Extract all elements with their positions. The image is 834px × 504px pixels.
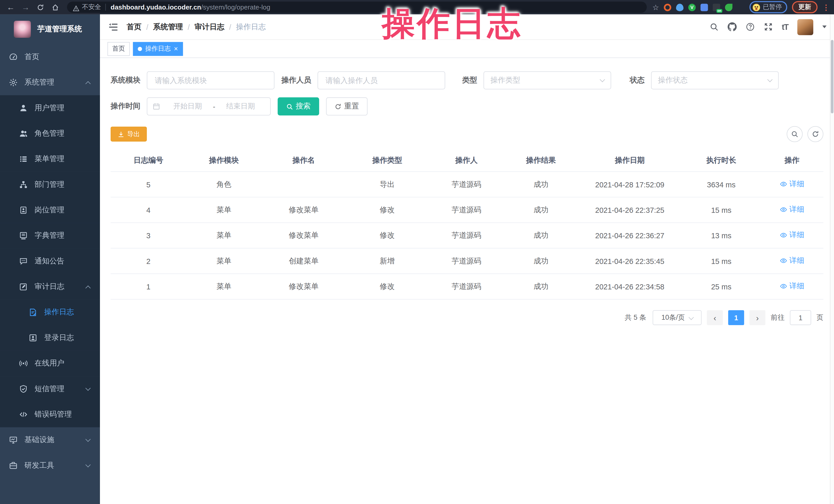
next-page-button[interactable]: › (749, 310, 765, 325)
chevron-down-icon (688, 314, 694, 320)
export-button[interactable]: 导出 (111, 127, 147, 141)
github-icon[interactable] (728, 22, 737, 31)
user-avatar[interactable] (797, 19, 813, 35)
detail-link[interactable]: 详细 (780, 205, 804, 214)
sidebar-item-error-codes[interactable]: 错误码管理 (0, 402, 100, 427)
extension-onbadge-icon[interactable]: on (713, 3, 720, 11)
sidebar-item-departments[interactable]: 部门管理 (0, 172, 100, 197)
browser-forward-icon[interactable]: → (19, 1, 32, 13)
hamburger-icon[interactable] (100, 15, 127, 39)
sidebar-item-audit-logs[interactable]: 审计日志 (0, 274, 100, 300)
chevron-icon (85, 81, 90, 86)
sidebar-item-sms[interactable]: 短信管理 (0, 376, 100, 402)
sidebar-item-operate-log[interactable]: 操作日志 (0, 300, 100, 325)
fullscreen-icon[interactable] (764, 22, 773, 31)
eye-icon (780, 282, 787, 290)
chevron-icon (85, 285, 90, 290)
browser-menu-icon[interactable]: ⋮ (822, 3, 830, 11)
extensions-puzzle-icon[interactable] (737, 3, 745, 11)
breadcrumb-system[interactable]: 系统管理 (153, 22, 183, 31)
chevron-icon (85, 462, 90, 467)
eye-icon (780, 206, 787, 213)
goto-label: 前往 (771, 313, 785, 322)
avatar-caret-icon[interactable] (822, 25, 827, 28)
eye-icon (780, 180, 787, 188)
extension-leaf-icon[interactable] (725, 3, 732, 11)
status-select[interactable]: 操作状态 (651, 71, 779, 89)
sidebar-item-home[interactable]: 首页 (0, 44, 100, 70)
tab-home[interactable]: 首页 (107, 42, 130, 56)
sidebar-item-dictionaries[interactable]: 字典管理 (0, 223, 100, 248)
extension-ring-icon[interactable] (664, 3, 671, 11)
font-size-icon[interactable]: tT (782, 22, 788, 31)
goto-page-input[interactable] (790, 310, 811, 325)
browser-back-icon[interactable]: ← (4, 1, 17, 13)
operator-input[interactable] (325, 75, 438, 85)
reset-button[interactable]: 重置 (326, 97, 367, 115)
close-icon[interactable]: × (174, 45, 178, 52)
address-divider (105, 4, 106, 10)
search-icon[interactable] (709, 22, 718, 31)
sidebar-item-posts[interactable]: 岗位管理 (0, 197, 100, 223)
bookmark-star-icon[interactable]: ☆ (652, 3, 659, 11)
prev-page-button[interactable]: ‹ (707, 310, 723, 325)
table-header-row: 日志编号 操作模块 操作名 操作类型 操作人 操作结果 操作日期 执行时长 操作 (111, 150, 824, 172)
detail-link[interactable]: 详细 (780, 230, 804, 240)
eye-icon (780, 232, 787, 239)
detail-link[interactable]: 详细 (780, 256, 804, 265)
filter-type: 类型 操作类型 (462, 71, 611, 89)
browser-reload-icon[interactable] (34, 1, 47, 13)
code-icon (19, 410, 28, 419)
navbar-actions: tT (709, 19, 834, 35)
sidebar-item-devtools[interactable]: 研发工具 (0, 453, 100, 478)
extension-blue-icon[interactable] (700, 3, 708, 11)
update-button[interactable]: 更新 (792, 1, 817, 13)
current-page-button[interactable]: 1 (728, 310, 744, 325)
refresh-button[interactable] (808, 126, 824, 142)
browser-home-icon[interactable] (49, 1, 62, 13)
scrollbar[interactable] (830, 15, 834, 504)
sidebar-item-login-log[interactable]: 登录日志 (0, 325, 100, 351)
sidebar-item-users[interactable]: 用户管理 (0, 95, 100, 121)
sidebar-logo-row[interactable]: 芋道管理系统 (0, 15, 100, 44)
filter-status: 状态 操作状态 (630, 71, 779, 89)
date-range-picker[interactable]: 开始日期 - 结束日期 (147, 97, 270, 115)
tab-operate-log[interactable]: 操作日志 × (133, 42, 183, 56)
chevron-down-icon (767, 77, 772, 82)
detail-link[interactable]: 详细 (780, 179, 804, 189)
sidebar: 芋道管理系统 首页 系统管理 用户管理 (0, 15, 100, 504)
warning-icon (73, 4, 80, 10)
chevron-icon (85, 385, 90, 390)
profile-paused-chip[interactable]: 已暂停 (749, 1, 787, 13)
url-domain: dashboard.yudao.iocoder.cn (111, 3, 201, 11)
extension-drop-icon[interactable] (676, 3, 683, 11)
type-select[interactable]: 操作类型 (484, 71, 611, 89)
shield-icon (19, 385, 28, 393)
operate-log-table: 日志编号 操作模块 操作名 操作类型 操作人 操作结果 操作日期 执行时长 操作… (111, 150, 824, 300)
table-row: 2 菜单 创建菜单 新增 芋道源码 成功 2021-04-26 22:35:45… (111, 248, 824, 274)
detail-link[interactable]: 详细 (780, 281, 804, 291)
sidebar-item-system[interactable]: 系统管理 (0, 70, 100, 95)
sidebar-item-menus[interactable]: 菜单管理 (0, 146, 100, 172)
page-content: 系统模块 操作人员 类型 操作类型 (100, 58, 834, 504)
scrollbar-thumb[interactable] (831, 40, 833, 113)
sidebar-item-online-users[interactable]: 在线用户 (0, 351, 100, 376)
sidebar-item-notices[interactable]: 通知公告 (0, 248, 100, 274)
breadcrumb: 首页 / 系统管理 / 审计日志 / 操作日志 (127, 22, 266, 31)
module-input[interactable] (154, 75, 267, 85)
sidebar-item-infrastructure[interactable]: 基础设施 (0, 427, 100, 453)
breadcrumb-audit[interactable]: 审计日志 (195, 22, 224, 31)
address-bar[interactable]: 不安全 dashboard.yudao.iocoder.cn /system/l… (67, 2, 647, 13)
extension-v-icon[interactable]: V (688, 3, 696, 11)
breadcrumb-home[interactable]: 首页 (127, 22, 141, 31)
toggle-search-button[interactable] (787, 126, 803, 142)
help-icon[interactable] (746, 22, 754, 31)
badge-icon (19, 206, 28, 214)
dictionary-icon (19, 232, 28, 240)
page-size-select[interactable]: 10条/页 (653, 310, 701, 325)
org-tree-icon (19, 180, 28, 189)
briefcase-icon (9, 461, 18, 470)
search-button[interactable]: 搜索 (278, 97, 319, 115)
sidebar-item-roles[interactable]: 角色管理 (0, 121, 100, 146)
operate-log-icon (29, 308, 37, 316)
